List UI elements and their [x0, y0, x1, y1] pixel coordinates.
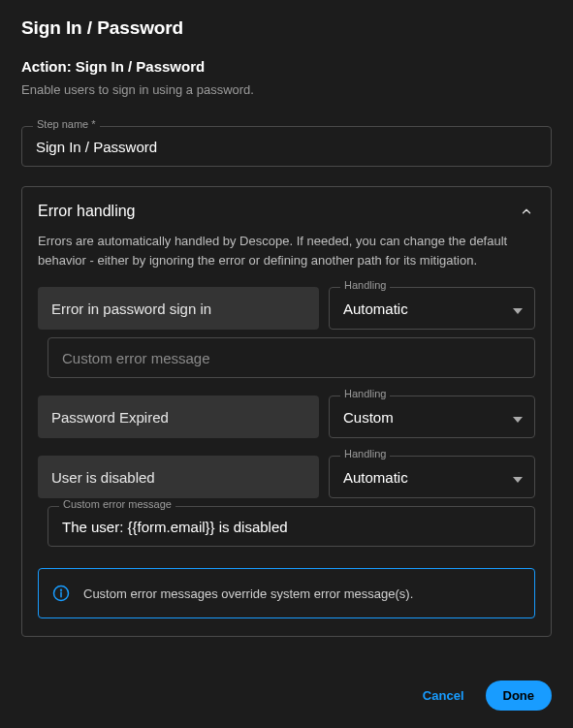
svg-point-2	[61, 589, 62, 590]
handling-select[interactable]: Automatic	[329, 456, 535, 498]
handling-select-wrap: Handling Custom	[329, 396, 535, 438]
done-button[interactable]: Done	[486, 681, 553, 711]
handling-select[interactable]: Automatic	[329, 287, 535, 330]
custom-message-input[interactable]	[48, 337, 535, 378]
handling-select-wrap: Handling Automatic	[329, 287, 535, 330]
page-title: Sign In / Password	[21, 17, 552, 39]
action-title: Action: Sign In / Password	[21, 58, 552, 75]
handling-label: Handling	[340, 448, 390, 459]
handling-value: Custom	[343, 409, 394, 426]
step-name-input[interactable]	[21, 126, 552, 167]
custom-message-input[interactable]	[48, 506, 535, 547]
handling-label: Handling	[340, 388, 390, 399]
action-description: Enable users to sign in using a password…	[21, 82, 552, 97]
chevron-down-icon	[513, 469, 523, 486]
error-handling-header[interactable]: Error handling	[38, 203, 535, 220]
cancel-button[interactable]: Cancel	[415, 682, 472, 709]
handling-value: Automatic	[343, 301, 408, 317]
custom-message-field	[48, 337, 535, 378]
info-banner: Custom error messages override system er…	[38, 568, 535, 618]
info-icon	[52, 585, 70, 602]
chevron-down-icon	[513, 409, 523, 426]
chevron-up-icon[interactable]	[518, 203, 535, 220]
handling-select[interactable]: Custom	[329, 396, 535, 438]
error-item: Password Expired Handling Custom	[38, 396, 535, 438]
error-name: Password Expired	[38, 396, 319, 438]
error-handling-description: Errors are automatically handled by Desc…	[38, 232, 535, 269]
step-name-label: Step name *	[33, 118, 100, 130]
error-item: User is disabled Handling Automatic Cust…	[38, 456, 535, 547]
error-handling-panel: Error handling Errors are automatically …	[21, 186, 552, 637]
info-text: Custom error messages override system er…	[83, 586, 413, 601]
handling-value: Automatic	[343, 469, 408, 486]
footer: Cancel Done	[415, 681, 552, 711]
step-name-field: Step name *	[21, 126, 552, 167]
custom-message-label: Custom error message	[59, 498, 175, 510]
chevron-down-icon	[513, 301, 523, 317]
error-name: Error in password sign in	[38, 287, 319, 330]
handling-select-wrap: Handling Automatic	[329, 456, 535, 498]
error-item: Error in password sign in Handling Autom…	[38, 287, 535, 378]
custom-message-field: Custom error message	[48, 506, 535, 547]
handling-label: Handling	[340, 279, 390, 291]
error-name: User is disabled	[38, 456, 319, 498]
error-handling-title: Error handling	[38, 203, 136, 220]
